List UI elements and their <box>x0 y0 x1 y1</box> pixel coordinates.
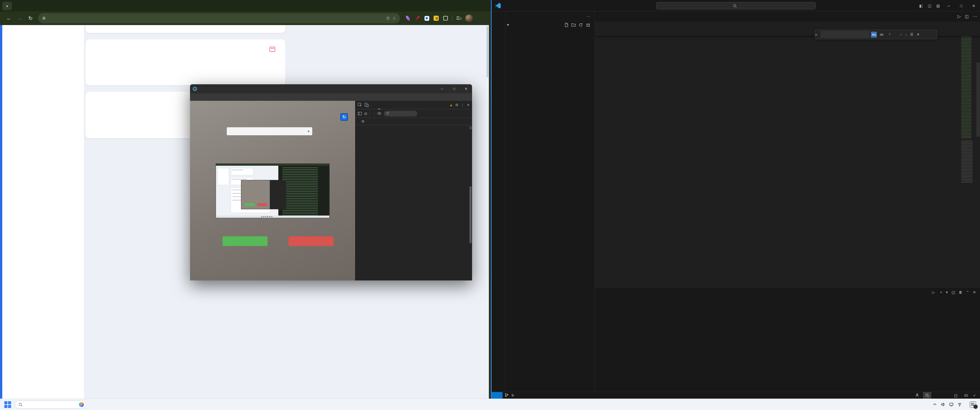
close-panel-icon[interactable]: ✕ <box>973 290 976 294</box>
devtools-tab-elements[interactable] <box>374 101 376 109</box>
minimap[interactable] <box>959 29 976 189</box>
back-button[interactable]: ← <box>4 13 14 23</box>
extension-icons: ☰♪ <box>405 14 473 22</box>
cast-icon[interactable] <box>949 402 953 407</box>
close-button[interactable]: ✕ <box>967 0 980 11</box>
copilot-icon[interactable] <box>961 394 970 397</box>
start-button[interactable] <box>4 401 11 408</box>
minimize-button[interactable]: ─ <box>942 0 955 11</box>
capturing-button[interactable] <box>223 236 267 246</box>
volume-icon[interactable] <box>941 402 945 407</box>
find-expand-chevron[interactable]: ▸ <box>816 33 819 37</box>
issues-settings-icon[interactable]: ⚙ <box>361 119 365 124</box>
reload-button[interactable]: ↻ <box>25 13 35 23</box>
terminal-output[interactable] <box>611 299 967 390</box>
scrolled-card-edge <box>86 25 285 33</box>
inspect-element-icon[interactable] <box>358 103 362 107</box>
toggle-panel-icon[interactable]: ◫ <box>925 4 934 8</box>
refresh-button[interactable]: ↻ <box>340 113 350 121</box>
find-close-icon[interactable]: ✕ <box>916 32 920 37</box>
git-blame-item[interactable] <box>913 393 923 398</box>
devtools-more-tabs[interactable] <box>383 101 385 109</box>
remote-indicator[interactable] <box>492 392 503 399</box>
playlist-icon[interactable]: ☰♪ <box>456 16 461 21</box>
feather-extension-icon[interactable] <box>405 15 411 21</box>
refresh-icon[interactable] <box>579 23 583 27</box>
password-key-icon[interactable]: ⚿ <box>387 16 390 21</box>
new-terminal-icon[interactable]: + <box>940 290 942 294</box>
page-accent-strip <box>0 25 2 399</box>
maximize-button[interactable]: □ <box>448 84 460 94</box>
eye-icon[interactable] <box>377 111 382 116</box>
find-in-selection-icon[interactable]: ☰ <box>909 32 914 37</box>
system-tray <box>933 402 980 408</box>
screen-record-extension-icon[interactable] <box>424 15 430 21</box>
device-toolbar-icon[interactable] <box>364 103 369 107</box>
warning-count-badge[interactable]: ▲ <box>450 103 453 107</box>
new-tab-button[interactable] <box>15 2 23 10</box>
explorer-more-icon[interactable]: ⋯ <box>587 14 590 19</box>
collapse-all-icon[interactable] <box>586 23 590 27</box>
devtools-panel: ▲ ⚙ ⋮ ✕ ⊘ <box>355 101 472 280</box>
console-scrollbar-top[interactable] <box>469 126 471 129</box>
url-field[interactable]: ⚙ ⚿ ☆ <box>38 13 400 23</box>
task-dropdown[interactable]: ▾ <box>226 127 312 135</box>
find-input[interactable] <box>821 31 869 38</box>
bangla-extension-icon[interactable] <box>433 15 439 21</box>
devtools-tab-console[interactable] <box>378 101 380 109</box>
close-button[interactable]: ✕ <box>460 84 472 94</box>
devtools-kebab-icon[interactable]: ⋮ <box>461 103 465 107</box>
console-filter-input[interactable] <box>384 111 417 116</box>
editor-more-icon[interactable]: ⋯ <box>973 14 977 19</box>
git-branch-item[interactable]: ↻ <box>503 393 517 398</box>
formatter-item[interactable]: ✓ <box>970 393 980 397</box>
filter-icon <box>386 112 389 115</box>
clear-console-icon[interactable]: ⊘ <box>364 111 368 116</box>
vscode-command-center[interactable] <box>656 2 816 10</box>
console-scrollbar-thumb[interactable] <box>469 186 471 243</box>
maximize-button[interactable]: □ <box>955 0 967 11</box>
customize-layout-icon[interactable]: ▤ <box>934 4 942 8</box>
site-settings-icon[interactable]: ⚙ <box>42 16 46 21</box>
tray-chevron-icon[interactable] <box>933 402 937 407</box>
match-case-toggle[interactable]: Aa <box>871 32 877 38</box>
new-folder-icon[interactable] <box>571 23 576 27</box>
notification-center-icon[interactable] <box>970 402 976 408</box>
terminal-dropdown-icon[interactable]: ▾ <box>946 290 948 294</box>
console-log-list[interactable] <box>356 125 472 280</box>
sync-icon: ↻ <box>511 393 514 397</box>
editor-scrollbar[interactable] <box>976 63 980 137</box>
find-next-icon[interactable]: ↓ <box>904 32 908 37</box>
whole-word-toggle[interactable]: ab <box>878 32 885 38</box>
minimize-button[interactable]: ─ <box>436 84 448 94</box>
copilot-icon[interactable] <box>79 402 84 407</box>
browser-profile-avatar[interactable] <box>465 14 473 22</box>
wifi-icon[interactable] <box>958 402 962 407</box>
extensions-puzzle-icon[interactable] <box>443 15 449 21</box>
forward-button[interactable]: → <box>15 13 24 23</box>
find-prev-icon[interactable]: ↑ <box>899 32 902 37</box>
maximize-panel-icon[interactable]: ⌃ <box>966 290 969 294</box>
bookmark-star-icon[interactable]: ☆ <box>392 16 396 21</box>
zoom-status-icon[interactable] <box>923 392 931 399</box>
stop-button[interactable] <box>289 236 334 246</box>
split-editor-icon[interactable]: ◫ <box>965 14 969 19</box>
language-mode-item[interactable]: { } <box>952 394 961 397</box>
regex-toggle[interactable]: .* <box>886 32 892 38</box>
toggle-sidebar-icon[interactable]: ◧ <box>917 4 925 8</box>
taskbar-search-box[interactable] <box>15 400 86 408</box>
terminal-profile[interactable]: ▷ <box>932 290 936 294</box>
marker-extension-icon[interactable] <box>415 15 420 21</box>
tab-search-chevron-button[interactable]: ▾ <box>2 2 12 10</box>
status-bar: ↻ { } ✓ <box>492 392 980 399</box>
split-terminal-icon[interactable]: ◫ <box>951 290 955 294</box>
new-file-icon[interactable] <box>564 23 569 27</box>
console-sidebar-icon[interactable] <box>358 111 362 116</box>
run-icon[interactable]: ▷ <box>958 14 961 19</box>
code-editor[interactable] <box>595 36 980 287</box>
project-section-header[interactable]: ▾ <box>505 21 595 29</box>
devtools-settings-icon[interactable]: ⚙ <box>455 103 458 107</box>
kill-terminal-icon[interactable]: 🗑 <box>959 290 963 294</box>
devtools-close-icon[interactable]: ✕ <box>467 103 470 107</box>
page-scrollbar[interactable] <box>487 26 488 78</box>
